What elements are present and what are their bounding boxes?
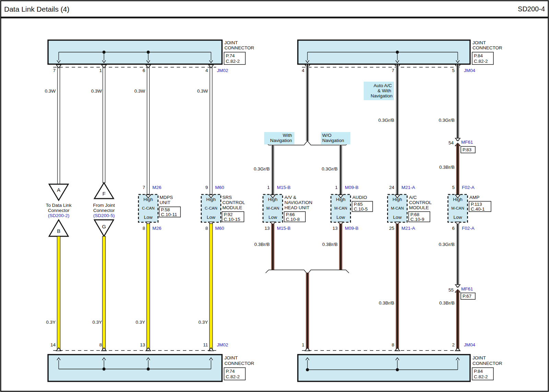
- link-letter: A: [57, 187, 60, 193]
- component-mdps-unit: 7 M26 High C-CAN Low MDPS UNIT P.58 C.10…: [139, 185, 181, 231]
- can-low-label: Low: [144, 215, 153, 220]
- connector-id: M26: [152, 185, 161, 190]
- pin-number: 54: [448, 140, 454, 145]
- page-ref: P.113: [471, 202, 482, 207]
- can-low-label: Low: [337, 215, 345, 220]
- wire-gauge: 0.3Gr/B: [439, 118, 455, 123]
- component-name: AMP: [469, 195, 479, 200]
- conn-ref: C.10-11: [161, 212, 177, 217]
- wire-gauge: 0.3Gr/B: [378, 118, 394, 123]
- can-low-label: Low: [393, 215, 402, 220]
- connector-id: M09-B: [345, 185, 359, 190]
- wire-gauge: 0.3Br/B: [254, 242, 270, 247]
- link-caption: To Data Link: [46, 203, 71, 208]
- pin-number: 24: [389, 185, 395, 190]
- joint-connector-left-bottom: 14 8 13 11 JM02 JOINT CONNECTOR P.74 C.8…: [48, 342, 254, 381]
- connector-id: MF61: [461, 140, 473, 145]
- pin-number: 55: [448, 287, 454, 293]
- offpage-link-f-g: F From Joint Connector (SD200-5) G: [93, 183, 115, 236]
- wires-left-white: 0.3W 0.3W 0.3W 0.3W: [45, 64, 213, 194]
- can-bus-label: C-CAN: [142, 206, 154, 210]
- component-avn-head-unit: 1 M15-B High M-CAN Low A/V & NAVIGATION …: [263, 185, 313, 231]
- variant-tag-line: Navigation: [322, 138, 344, 143]
- pin-number: 7: [53, 68, 56, 73]
- can-bus-label: M-CAN: [266, 206, 279, 210]
- pin-number: 13: [265, 226, 270, 231]
- pin-number: 4: [302, 68, 304, 73]
- connector-id: M26: [152, 226, 161, 231]
- conn-ref: C.10-8: [286, 217, 300, 222]
- jc-label: CONNECTOR: [472, 45, 502, 50]
- pin-number: 1: [302, 342, 304, 347]
- can-low-label: Low: [454, 215, 462, 220]
- can-bus-label: M-CAN: [391, 206, 404, 210]
- link-page-ref: (SD200-2): [48, 213, 69, 218]
- jc-label: CONNECTOR: [472, 361, 502, 366]
- connector-id: JM04: [464, 342, 476, 347]
- connector-id: M21-A: [401, 185, 415, 190]
- page-ref: P.66: [286, 212, 295, 217]
- component-name: MDPS: [160, 195, 173, 200]
- jc-page-ref: P.74: [226, 369, 235, 374]
- can-bus-label: M-CAN: [334, 206, 347, 210]
- jc-label: CONNECTOR: [224, 45, 254, 50]
- connector-id: F02-A: [462, 226, 475, 231]
- wire-gauge: 0.3W: [197, 88, 208, 94]
- wire-gauge: 0.3Gr/B: [439, 242, 455, 247]
- pin-number: 7: [142, 185, 145, 190]
- wire-gauge: 0.3Y: [198, 320, 208, 325]
- link-letter: G: [102, 224, 106, 229]
- page-ref: P.65: [354, 202, 363, 207]
- variant-tag-line: Auto A/C: [374, 83, 392, 88]
- jc-label: JOINT: [472, 355, 486, 360]
- wire-gauge: 0.3Br/B: [322, 242, 338, 247]
- page-code: SD200-4: [518, 5, 545, 13]
- conn-ref: C.10-5: [354, 206, 368, 212]
- jc-conn-ref: C.82-2: [474, 59, 488, 64]
- connector-id: JM02: [217, 342, 228, 347]
- component-ac-control-module: 24 M21-A High M-CAN Low A/C CONTROL MODU…: [388, 185, 432, 231]
- wire-gauge: 0.3Br/B: [439, 165, 455, 170]
- can-high-label: High: [453, 197, 463, 202]
- page-ref: P.68: [410, 212, 419, 217]
- pin-number: 5: [452, 185, 455, 190]
- can-low-label: Low: [269, 215, 277, 220]
- page-ref: P.92: [224, 212, 233, 217]
- jc-conn-ref: C.82-2: [474, 374, 488, 379]
- can-low-label: Low: [207, 215, 215, 220]
- joint-connector-right-top: JOINT CONNECTOR P.84 C.82-2 4 7 5 JM04: [298, 40, 502, 73]
- pin-number: 13: [140, 342, 145, 347]
- connector-id: M09-B: [345, 226, 359, 231]
- connector-id: F02-A: [462, 185, 475, 190]
- jc-label: JOINT: [224, 40, 238, 45]
- inline-connector-mf61-55: 55 MF61 P.67: [448, 285, 475, 351]
- pin-number: 13: [332, 226, 338, 231]
- pin-number: 6: [452, 226, 455, 231]
- connector-id: M15-B: [277, 226, 291, 231]
- can-high-label: High: [393, 197, 402, 202]
- pin-number: 14: [50, 342, 56, 347]
- pin-number: 5: [452, 68, 455, 73]
- page-ref: P.67: [463, 294, 471, 299]
- jc-page-ref: P.74: [226, 53, 235, 58]
- component-name: MODULE: [222, 205, 242, 210]
- component-name: NAVIGATION: [284, 200, 312, 205]
- link-page-ref: (SD200-5): [93, 213, 115, 218]
- component-name: CONTROL: [222, 200, 245, 205]
- link-letter: F: [102, 191, 105, 197]
- link-caption: Connector: [93, 208, 115, 213]
- can-bus-label: C-CAN: [205, 206, 217, 210]
- jc-conn-ref: C.82-2: [226, 59, 240, 64]
- wiring-diagram-page: Data Link Details (4) SD200-4 JOINT CONN…: [0, 0, 549, 392]
- wire-gauge: 0.3W: [91, 88, 102, 94]
- component-name: A/V &: [284, 195, 296, 200]
- jc-label: JOINT: [224, 355, 238, 360]
- pin-number: 6: [142, 68, 145, 73]
- can-bus-label: M-CAN: [451, 206, 464, 210]
- variant-tag-line: Navigation: [270, 138, 292, 143]
- pin-number: 1: [335, 185, 338, 190]
- offpage-link-a-b: A To Data Link Connector (SD200-2) B: [46, 184, 71, 236]
- component-name: A/C: [409, 195, 417, 200]
- page-ref: P.58: [161, 207, 170, 212]
- wire-gauge: 0.3Br/B: [379, 300, 394, 306]
